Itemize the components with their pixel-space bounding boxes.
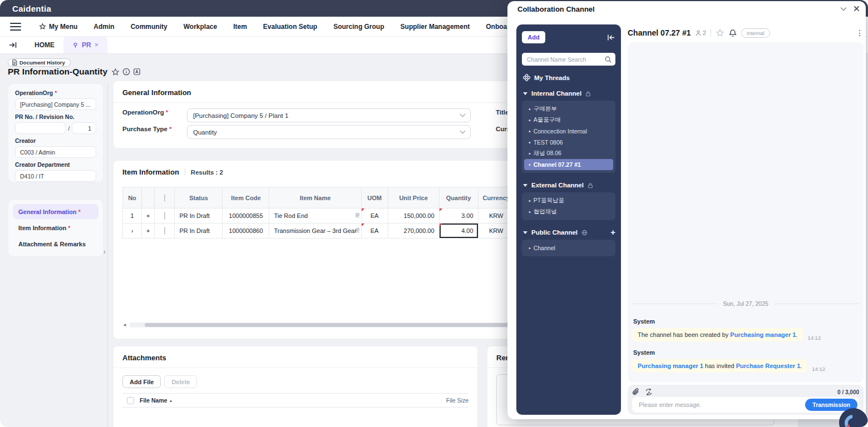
sidebar-item-item-information[interactable]: Item Information* (13, 220, 98, 235)
add-public-channel-button[interactable]: + (610, 230, 615, 235)
table-row: › + PR In Draft 1000000860 Transmission … (123, 224, 515, 239)
cell-memo-icon[interactable] (355, 228, 360, 234)
col-quantity[interactable]: Quantity (439, 187, 478, 208)
creator-dept-value-field[interactable]: D410 / IT (15, 170, 96, 182)
row-quantity-cell-focused[interactable]: 4.00 (439, 224, 478, 239)
row-checkbox[interactable] (164, 212, 165, 220)
document-history-button[interactable]: Document History (8, 58, 71, 67)
row-no-selected[interactable]: › (123, 224, 142, 239)
sidebar-collapse-handle[interactable]: ‹ (103, 248, 106, 256)
add-file-button[interactable]: Add File (122, 375, 161, 388)
attachments-heading: Attachments (114, 346, 477, 368)
favorite-channel-star-icon[interactable] (716, 28, 724, 37)
channel-search[interactable] (522, 53, 615, 66)
row-checkbox-cell[interactable] (155, 224, 175, 239)
channel-item[interactable]: Conncection Internal (524, 126, 613, 137)
delete-button[interactable]: Delete (164, 375, 197, 388)
menu-item-sourcing-group[interactable]: Sourcing Group (333, 23, 384, 31)
my-threads-item[interactable]: My Threads (522, 74, 615, 81)
channel-search-input[interactable] (526, 56, 602, 63)
gi-purchase-type-select[interactable]: Quantity (187, 125, 471, 139)
operationorg-value-field[interactable]: [Purchasing] Company 5 ... (15, 98, 96, 110)
sidebar-item-attachment-remarks[interactable]: Attachment & Remarks (13, 236, 98, 251)
member-count[interactable]: 2 (696, 29, 706, 36)
row-expand-button[interactable]: + (142, 224, 155, 239)
col-item-name[interactable]: Item Name (269, 187, 361, 208)
favorite-star-icon[interactable] (111, 68, 120, 76)
translate-icon[interactable]: A (645, 388, 653, 396)
channel-item[interactable]: 구매본부 (524, 103, 613, 115)
channel-item[interactable]: TEST 0806 (524, 137, 613, 148)
creator-value-field[interactable]: C003 / Admin (15, 146, 96, 158)
group-internal-channel[interactable]: Internal Channel (522, 90, 615, 97)
col-status[interactable]: Status (175, 187, 223, 208)
panel-minimize-icon[interactable] (840, 7, 847, 11)
gi-operationorg-select[interactable]: [Purchasing] Company 5 / Plant 1 (187, 108, 471, 122)
row-quantity-cell[interactable]: 3.00 (439, 208, 478, 224)
tab-close-icon[interactable]: × (95, 41, 98, 49)
channel-item[interactable]: 협업채널 (524, 206, 613, 217)
channel-item[interactable]: A물품구매 (524, 115, 613, 126)
menu-item-supplier-management[interactable]: Supplier Management (401, 23, 470, 31)
heading-separator (185, 168, 185, 176)
col-item-code[interactable]: Item Code (223, 187, 269, 208)
file-name-column[interactable]: File Name (140, 397, 167, 404)
public-channel-list: Channel (522, 240, 615, 256)
star-icon (39, 23, 46, 30)
menu-item-community[interactable]: Community (131, 23, 167, 31)
hamburger-menu-icon[interactable] (10, 23, 21, 31)
panel-close-icon[interactable] (854, 6, 860, 12)
prno-field[interactable] (15, 122, 66, 134)
bell-icon[interactable] (729, 29, 737, 37)
row-item-name[interactable]: Tie Rod End (269, 208, 361, 224)
memo-a-icon[interactable] (133, 68, 141, 76)
kebab-menu-icon[interactable]: ⋮ (856, 28, 864, 37)
file-size-column[interactable]: File Size (446, 397, 468, 404)
row-uom-cell[interactable]: EA (361, 208, 388, 224)
channel-item[interactable]: 채널 08.06 (524, 148, 613, 159)
col-select-all[interactable] (155, 187, 175, 208)
col-unit-price[interactable]: Unit Price (388, 187, 439, 208)
sidebar-item-general-information[interactable]: General Information* (13, 204, 98, 219)
row-checkbox[interactable] (164, 227, 165, 235)
row-expand-button[interactable]: + (142, 208, 155, 224)
group-external-channel[interactable]: External Channel (522, 182, 615, 188)
user-link[interactable]: Purchasing manager 1 (638, 363, 703, 369)
paperclip-icon[interactable] (632, 388, 639, 396)
user-link[interactable]: Purchase Requester 1 (736, 363, 801, 369)
prno-label: PR No. / Revision No. (15, 113, 96, 120)
scroll-left-arrow-icon[interactable]: ◄ (122, 322, 127, 327)
collapse-tabs-icon[interactable] (0, 37, 26, 53)
menu-item-my-menu[interactable]: My Menu (39, 23, 77, 31)
creator-label: Creator (15, 137, 96, 144)
panel-title: Collaboration Channel (517, 5, 595, 13)
info-icon[interactable] (122, 68, 130, 76)
message-bubble: Purchasing manager 1 has invited Purchas… (632, 359, 807, 373)
channel-item[interactable]: Channel (524, 242, 613, 254)
row-unit-price-cell[interactable]: 270,000.00 (388, 224, 439, 239)
row-item-name[interactable]: Transmission Gear – 3rd Gear (269, 224, 361, 239)
select-all-checkbox[interactable] (164, 194, 165, 202)
file-select-all-checkbox[interactable] (127, 397, 134, 404)
col-uom[interactable]: UOM (361, 187, 388, 208)
menu-item-item[interactable]: Item (233, 23, 247, 31)
channel-item[interactable]: PT품목납품 (524, 195, 613, 206)
col-no[interactable]: No (123, 187, 142, 208)
message-input[interactable] (638, 401, 801, 409)
row-uom-cell[interactable]: EA (361, 224, 388, 239)
group-public-channel[interactable]: Public Channel + (522, 229, 615, 236)
revision-field[interactable]: 1 (72, 122, 96, 134)
collapse-panel-icon[interactable] (607, 34, 615, 41)
menu-item-admin[interactable]: Admin (93, 23, 114, 31)
message-bubble: The channel has been created by Purchasi… (632, 328, 803, 341)
tab-home[interactable]: HOME (26, 37, 63, 53)
channel-item-selected[interactable]: Channel 07.27 #1 (524, 159, 613, 170)
row-checkbox-cell[interactable] (155, 208, 175, 224)
row-unit-price-cell[interactable]: 150,000.00 (388, 208, 439, 224)
cell-memo-icon[interactable] (355, 213, 360, 219)
add-channel-button[interactable]: Add (522, 31, 545, 43)
menu-item-evaluation-setup[interactable]: Evaluation Setup (263, 23, 317, 31)
tab-pr[interactable]: PR × (63, 37, 107, 53)
user-link[interactable]: Purchasing manager 1 (730, 331, 796, 338)
menu-item-workplace[interactable]: Workplace (184, 23, 217, 31)
